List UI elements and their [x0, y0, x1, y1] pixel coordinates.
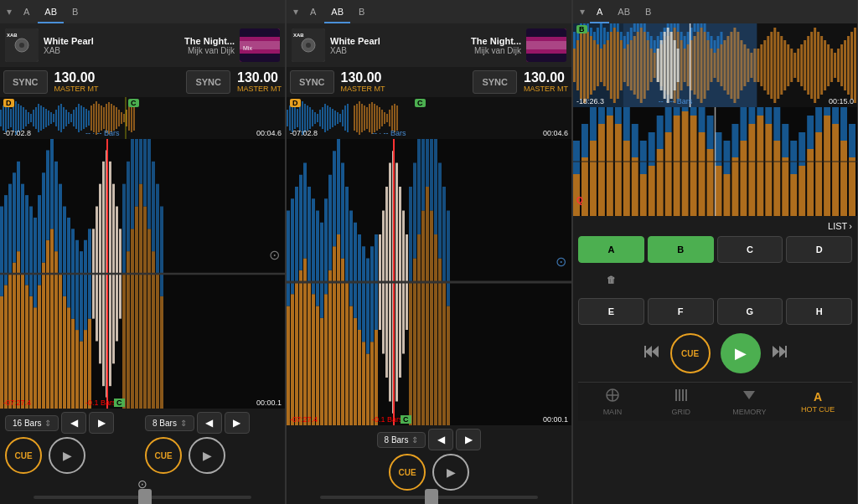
svg-rect-162	[322, 107, 323, 129]
svg-rect-102	[63, 207, 66, 296]
cue-grid-btn-e[interactable]: E	[578, 298, 644, 325]
tab-1-ab[interactable]: AB	[38, 0, 64, 23]
track-thumb-right-1: Mix	[240, 28, 280, 62]
cue-grid-btn-f[interactable]: F	[648, 298, 714, 325]
nav-memory[interactable]: MEMORY	[716, 383, 784, 421]
tab-1-a[interactable]: A	[17, 0, 36, 23]
nav-grid[interactable]: GRID	[647, 383, 716, 421]
cue-btn-left-1[interactable]: CUE	[5, 437, 42, 474]
skip-back-btn[interactable]	[644, 343, 660, 364]
svg-rect-411	[590, 141, 597, 216]
tab-1-b[interactable]: B	[65, 0, 85, 23]
waveform-overview-1[interactable]: D C -07:02.8 -- · -- Bars 00:04.6	[0, 97, 285, 139]
chevron-icon-1[interactable]: ▾	[3, 6, 15, 18]
chevron-icon-2[interactable]: ▾	[290, 6, 302, 18]
svg-rect-12	[8, 107, 9, 129]
svg-rect-474	[832, 107, 839, 124]
svg-rect-168	[337, 112, 339, 124]
tab-2-b[interactable]: B	[352, 0, 371, 23]
play-btn-right-1[interactable]: ▶	[189, 437, 225, 474]
waveform-main-2[interactable]: -07:27.4 -0.1 Bars C 00:00.1 ⊙	[287, 139, 571, 425]
chevron-icon-right[interactable]: ▾	[576, 6, 588, 18]
sync-btn-right-2[interactable]: SYNC	[473, 70, 517, 94]
cue-grid-btn-b[interactable]: B	[648, 236, 714, 263]
sync-btn-right-1[interactable]: SYNC	[186, 70, 230, 94]
pitch-slider-1[interactable]	[34, 496, 251, 499]
waveform-label-d-2: D	[290, 99, 301, 107]
svg-rect-473	[824, 107, 830, 116]
pitch-thumb-1[interactable]	[138, 489, 152, 504]
svg-rect-352	[850, 32, 853, 99]
svg-rect-274	[590, 36, 592, 95]
cue-btn-center-2[interactable]: CUE	[389, 454, 426, 491]
track-artist-right-2: Mijk van Dijk	[428, 46, 521, 55]
waveform-zoomed-right[interactable]: Q	[573, 107, 857, 216]
loop-fwd-left-1[interactable]: ▶	[89, 412, 114, 434]
skip-fwd-btn[interactable]	[771, 343, 788, 364]
svg-rect-269	[573, 49, 576, 82]
cue-grid-btn-g[interactable]: G	[717, 298, 783, 325]
tab-right-a[interactable]: A	[590, 0, 609, 23]
tab-right-ab[interactable]: AB	[611, 0, 637, 23]
svg-rect-444	[581, 124, 588, 157]
nav-main-label: MAIN	[603, 408, 623, 416]
list-label: LIST	[828, 221, 847, 231]
svg-rect-257	[417, 139, 421, 234]
svg-rect-35	[65, 110, 67, 126]
svg-rect-90	[13, 172, 16, 262]
cue-btn-right-1[interactable]: CUE	[145, 437, 182, 474]
svg-rect-221	[316, 211, 319, 306]
svg-rect-157	[309, 107, 311, 129]
loop-fwd-center-2[interactable]: ▶	[456, 429, 481, 450]
svg-rect-277	[600, 49, 602, 82]
sync-btn-left-2[interactable]: SYNC	[290, 70, 334, 94]
cue-grid-btn-trash[interactable]: 🗑	[578, 266, 644, 293]
cue-grid-btn-a[interactable]: A	[578, 236, 644, 263]
loop-fwd-right-1[interactable]: ▶	[225, 412, 250, 434]
svg-rect-418	[649, 166, 655, 216]
svg-rect-362	[600, 23, 602, 49]
waveform-main-1[interactable]: -07:27.4 -0.1 Bars C 00:00.1 ⊙	[0, 139, 285, 409]
nav-hot-cue[interactable]: A HOT CUE	[783, 383, 852, 421]
right-play-btn[interactable]: ▶	[721, 333, 761, 373]
list-button[interactable]: LIST ›	[828, 221, 852, 231]
track-thumb-left-2: XAB	[292, 28, 325, 62]
pitch-slider-2[interactable]	[320, 496, 537, 499]
cue-grid-btn-c[interactable]: C	[717, 236, 783, 263]
svg-rect-213	[375, 330, 378, 425]
cue-grid-btn-h[interactable]: H	[786, 298, 852, 325]
svg-rect-61	[131, 104, 132, 132]
svg-rect-413	[607, 116, 613, 216]
right-play-icon: ▶	[735, 344, 747, 363]
right-cue-btn[interactable]: CUE	[670, 333, 711, 373]
svg-rect-439	[824, 116, 830, 216]
loop-back-center-2[interactable]: ◀	[428, 429, 453, 450]
waveform-overview-right[interactable]: B -18:26.3 -- · -- Bars 00:15.0	[573, 23, 857, 107]
svg-rect-353	[854, 28, 856, 103]
cue-grid-btn-d[interactable]: D	[786, 236, 852, 263]
play-btn-center-2[interactable]: ▶	[432, 454, 469, 491]
svg-rect-349	[840, 44, 843, 86]
pitch-thumb-2[interactable]	[425, 489, 438, 504]
svg-rect-423	[690, 116, 697, 216]
tab-2-a[interactable]: A	[303, 0, 323, 23]
hot-cue-icon: A	[814, 390, 822, 404]
svg-rect-368	[620, 32, 623, 40]
tab-right-b[interactable]: B	[638, 0, 658, 23]
svg-rect-424	[699, 132, 706, 216]
svg-rect-129	[127, 162, 130, 251]
bpm-value-left-1: 130.00	[54, 71, 96, 85]
waveform-overview-2[interactable]: D C -07:02.8 -- · -- Bars 00:04.6	[287, 97, 571, 139]
svg-rect-105	[75, 240, 79, 330]
loop-back-right-1[interactable]: ◀	[197, 412, 222, 434]
svg-text:Mix: Mix	[243, 45, 252, 51]
sync-btn-left-1[interactable]: SYNC	[3, 70, 48, 94]
loop-back-left-1[interactable]: ◀	[61, 412, 86, 434]
svg-rect-9	[0, 110, 2, 126]
play-btn-left-1[interactable]: ▶	[49, 437, 85, 474]
nav-main[interactable]: MAIN	[578, 383, 647, 421]
svg-rect-134	[147, 139, 151, 229]
svg-rect-66	[4, 285, 8, 409]
tab-2-ab[interactable]: AB	[324, 0, 350, 23]
svg-rect-216	[295, 187, 298, 282]
